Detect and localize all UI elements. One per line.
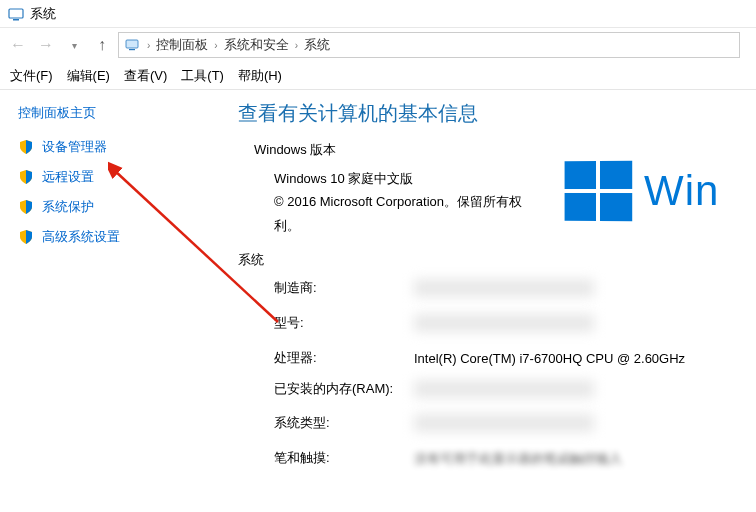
sidebar-item-device-manager[interactable]: 设备管理器 bbox=[18, 138, 214, 156]
menu-edit[interactable]: 编辑(E) bbox=[67, 67, 110, 85]
forward-button[interactable]: → bbox=[34, 33, 58, 57]
spec-row-model: 型号: bbox=[274, 314, 756, 339]
shield-icon bbox=[18, 199, 34, 215]
control-panel-home-link[interactable]: 控制面板主页 bbox=[18, 104, 214, 122]
windows-logo: Win bbox=[564, 161, 719, 221]
chevron-right-icon: › bbox=[147, 40, 150, 51]
spec-row-processor: 处理器: Intel(R) Core(TM) i7-6700HQ CPU @ 2… bbox=[274, 349, 756, 370]
spec-row-ram: 已安装的内存(RAM): bbox=[274, 380, 756, 405]
spec-value: 没有可用于此显示器的笔或触控输入 bbox=[414, 449, 714, 470]
breadcrumb-item[interactable]: 系统和安全 bbox=[224, 36, 289, 54]
svg-rect-2 bbox=[126, 40, 138, 48]
redacted-value bbox=[414, 314, 594, 332]
menu-help[interactable]: 帮助(H) bbox=[238, 67, 282, 85]
redacted-value bbox=[414, 380, 594, 398]
page-heading: 查看有关计算机的基本信息 bbox=[238, 100, 756, 127]
spec-key: 已安装的内存(RAM): bbox=[274, 380, 414, 398]
up-button[interactable]: ↑ bbox=[90, 33, 114, 57]
recent-dropdown[interactable]: ▾ bbox=[62, 33, 86, 57]
menubar: 文件(F) 编辑(E) 查看(V) 工具(T) 帮助(H) bbox=[0, 62, 756, 90]
sidebar-item-label: 远程设置 bbox=[42, 168, 94, 186]
control-panel-icon bbox=[125, 37, 141, 53]
spec-row-manufacturer: 制造商: bbox=[274, 279, 756, 304]
breadcrumb[interactable]: › 控制面板 › 系统和安全 › 系统 bbox=[118, 32, 740, 58]
sidebar-item-label: 设备管理器 bbox=[42, 138, 107, 156]
sidebar-item-remote-settings[interactable]: 远程设置 bbox=[18, 168, 214, 186]
titlebar: 系统 bbox=[0, 0, 756, 28]
spec-key: 系统类型: bbox=[274, 414, 414, 432]
spec-row-system-type: 系统类型: bbox=[274, 414, 756, 439]
shield-icon bbox=[18, 169, 34, 185]
sidebar-item-label: 高级系统设置 bbox=[42, 228, 120, 246]
edition-name: Windows 10 家庭中文版 bbox=[274, 167, 544, 190]
menu-file[interactable]: 文件(F) bbox=[10, 67, 53, 85]
svg-rect-0 bbox=[9, 9, 23, 18]
back-button[interactable]: ← bbox=[6, 33, 30, 57]
window-title: 系统 bbox=[30, 5, 56, 23]
menu-view[interactable]: 查看(V) bbox=[124, 67, 167, 85]
nav-row: ← → ▾ ↑ › 控制面板 › 系统和安全 › 系统 bbox=[0, 28, 756, 62]
spec-key: 笔和触摸: bbox=[274, 449, 414, 467]
sidebar-item-label: 系统保护 bbox=[42, 198, 94, 216]
breadcrumb-item[interactable]: 系统 bbox=[304, 36, 330, 54]
shield-icon bbox=[18, 139, 34, 155]
spec-key: 制造商: bbox=[274, 279, 414, 297]
chevron-right-icon: › bbox=[214, 40, 217, 51]
svg-rect-3 bbox=[129, 49, 135, 50]
sidebar-item-system-protection[interactable]: 系统保护 bbox=[18, 198, 214, 216]
spec-row-pen-touch: 笔和触摸: 没有可用于此显示器的笔或触控输入 bbox=[274, 449, 756, 470]
windows-logo-icon bbox=[565, 161, 633, 222]
sidebar: 控制面板主页 设备管理器 远程设置 系统保护 bbox=[0, 90, 230, 512]
windows-brand-text: Win bbox=[644, 167, 719, 215]
main-area: 控制面板主页 设备管理器 远程设置 系统保护 bbox=[0, 90, 756, 512]
system-section-label: 系统 bbox=[238, 251, 756, 269]
redacted-value bbox=[414, 279, 594, 297]
spec-key: 型号: bbox=[274, 314, 414, 332]
system-icon bbox=[8, 6, 24, 22]
edition-section-label: Windows 版本 bbox=[254, 141, 756, 159]
redacted-value bbox=[414, 414, 594, 432]
sidebar-item-advanced-settings[interactable]: 高级系统设置 bbox=[18, 228, 214, 246]
content-pane: 查看有关计算机的基本信息 Windows 版本 Windows 10 家庭中文版… bbox=[230, 90, 756, 512]
shield-icon bbox=[18, 229, 34, 245]
breadcrumb-item[interactable]: 控制面板 bbox=[156, 36, 208, 54]
copyright-text: © 2016 Microsoft Corporation。保留所有权利。 bbox=[274, 190, 544, 237]
menu-tools[interactable]: 工具(T) bbox=[181, 67, 224, 85]
chevron-right-icon: › bbox=[295, 40, 298, 51]
svg-rect-1 bbox=[13, 19, 19, 21]
spec-key: 处理器: bbox=[274, 349, 414, 367]
spec-value: Intel(R) Core(TM) i7-6700HQ CPU @ 2.60GH… bbox=[414, 349, 714, 370]
